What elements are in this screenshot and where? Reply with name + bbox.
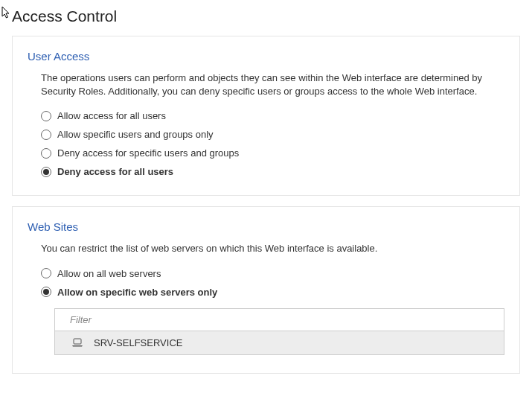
radio-icon — [41, 111, 51, 121]
server-name: SRV-SELFSERVICE — [94, 337, 182, 348]
web-sites-panel: Web Sites You can restrict the list of w… — [12, 206, 520, 373]
radio-label: Deny access for all users — [57, 166, 173, 177]
svg-rect-0 — [74, 339, 81, 344]
user-access-option-deny-specific[interactable]: Deny access for specific users and group… — [41, 147, 504, 159]
user-access-option-deny-all[interactable]: Deny access for all users — [41, 166, 504, 177]
radio-label: Allow access for all users — [57, 110, 166, 121]
radio-icon — [41, 130, 51, 140]
server-list-item[interactable]: SRV-SELFSERVICE — [55, 331, 504, 354]
server-filter-input[interactable] — [55, 309, 504, 331]
radio-label: Allow on specific web servers only — [57, 287, 217, 298]
user-access-radio-group: Allow access for all users Allow specifi… — [41, 110, 504, 177]
radio-icon — [41, 167, 51, 177]
web-sites-option-allow-all[interactable]: Allow on all web servers — [41, 268, 504, 279]
radio-label: Allow specific users and groups only — [57, 129, 214, 140]
page-title: Access Control — [0, 0, 532, 36]
user-access-option-allow-specific[interactable]: Allow specific users and groups only — [41, 129, 504, 140]
radio-label: Deny access for specific users and group… — [57, 147, 239, 159]
user-access-title: User Access — [28, 50, 504, 63]
web-sites-title: Web Sites — [28, 220, 504, 233]
server-list-box: SRV-SELFSERVICE — [54, 308, 504, 355]
web-sites-radio-group: Allow on all web servers Allow on specif… — [41, 268, 504, 298]
user-access-panel: User Access The operations users can per… — [12, 36, 520, 196]
radio-icon — [41, 287, 51, 297]
radio-icon — [41, 268, 51, 278]
laptop-icon — [71, 338, 83, 347]
web-sites-description: You can restrict the list of web servers… — [41, 242, 504, 255]
radio-label: Allow on all web servers — [57, 268, 161, 279]
web-sites-option-allow-specific[interactable]: Allow on specific web servers only — [41, 287, 504, 298]
user-access-description: The operations users can perform and obj… — [41, 71, 504, 98]
user-access-option-allow-all[interactable]: Allow access for all users — [41, 110, 504, 121]
radio-icon — [41, 148, 51, 159]
